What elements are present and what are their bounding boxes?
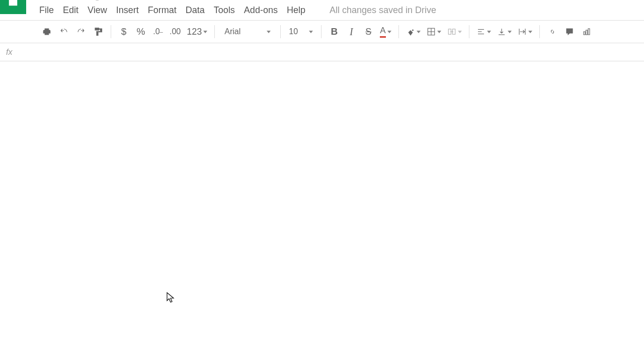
print-button[interactable] [39, 24, 54, 39]
redo-button[interactable] [73, 24, 89, 39]
toolbar: $ % .0_ .00 123 Arial 10 B I S A [0, 20, 644, 43]
sheets-icon [7, 0, 19, 6]
insert-link-button[interactable] [545, 24, 560, 39]
svg-rect-19 [588, 29, 590, 35]
undo-button[interactable] [56, 24, 71, 39]
italic-button[interactable]: I [344, 24, 359, 39]
svg-rect-18 [586, 30, 587, 35]
formula-bar: fx [0, 43, 644, 61]
borders-button[interactable] [425, 24, 443, 39]
formula-input[interactable] [26, 46, 644, 58]
menu-file[interactable]: File [39, 5, 54, 16]
text-wrap-button[interactable] [516, 24, 534, 39]
menu-tools[interactable]: Tools [214, 5, 235, 16]
menu-data[interactable]: Data [186, 5, 205, 16]
svg-rect-17 [584, 32, 585, 35]
percent-button[interactable]: % [133, 24, 148, 39]
menu-view[interactable]: View [88, 5, 107, 16]
increase-decimal-button[interactable]: .00 [168, 24, 183, 39]
text-color-button[interactable]: A [378, 24, 393, 39]
vertical-align-button[interactable] [495, 24, 514, 39]
menu-insert[interactable]: Insert [116, 5, 139, 16]
menu-addons[interactable]: Add-ons [244, 5, 278, 16]
insert-chart-button[interactable] [579, 24, 594, 39]
currency-button[interactable]: $ [116, 24, 131, 39]
bold-button[interactable]: B [327, 24, 342, 39]
font-select[interactable]: Arial [220, 27, 275, 37]
svg-rect-3 [13, 0, 14, 6]
menu-help[interactable]: Help [287, 5, 305, 16]
svg-point-4 [412, 30, 414, 31]
paint-format-button[interactable] [91, 24, 106, 39]
fx-label: fx [6, 48, 26, 57]
app-logo[interactable] [0, 0, 26, 14]
document-title[interactable]: Student Progress [30, 0, 123, 1]
number-format-button[interactable]: 123 [185, 24, 209, 39]
strikethrough-button[interactable]: S [361, 24, 376, 39]
horizontal-align-button[interactable] [474, 24, 493, 39]
fill-color-button[interactable] [404, 24, 423, 39]
decrease-decimal-button[interactable]: .0_ [150, 24, 166, 39]
merge-cells-button[interactable] [445, 24, 464, 39]
menu-edit[interactable]: Edit [63, 5, 78, 16]
menu-format[interactable]: Format [148, 5, 177, 16]
menu-bar: File Edit View Insert Format Data Tools … [0, 0, 644, 20]
save-status: All changes saved in Drive [330, 5, 436, 16]
insert-comment-button[interactable] [562, 24, 577, 39]
font-size-select[interactable]: 10 [286, 27, 316, 36]
